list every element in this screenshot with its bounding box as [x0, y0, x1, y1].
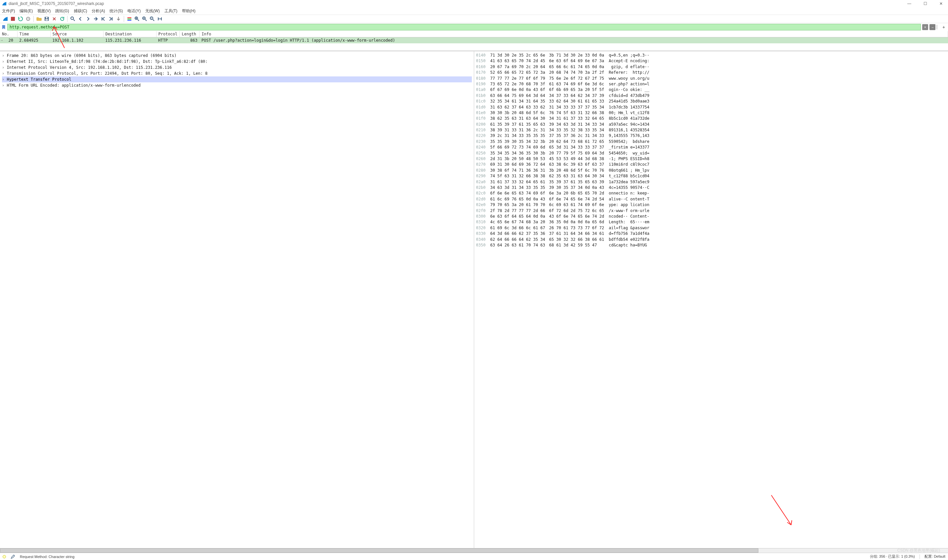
- hex-row[interactable]: 014071 3d 30 2e 35 2c 65 6e3b 71 3d 30 2…: [476, 52, 946, 58]
- zoom-reset-button[interactable]: 1: [149, 15, 155, 22]
- menu-tools[interactable]: 工具(T): [165, 8, 177, 14]
- filter-clear-button[interactable]: ×: [922, 24, 928, 30]
- hex-row[interactable]: 02602d 31 3b 20 50 48 50 5345 53 53 49 4…: [476, 156, 946, 162]
- hex-row[interactable]: 02c06f 6e 6e 65 63 74 69 6f6e 3a 20 6b 6…: [476, 191, 946, 196]
- hex-row[interactable]: 028030 38 6f 74 71 36 36 313b 20 48 6d 5…: [476, 168, 946, 173]
- hex-row[interactable]: 02d061 6c 69 76 65 0d 0a 436f 6e 74 65 6…: [476, 197, 946, 202]
- hex-row[interactable]: 03104c 65 6e 67 74 68 3a 2036 35 0d 0a 0…: [476, 219, 946, 225]
- col-no[interactable]: No.: [0, 31, 17, 37]
- save-file-button[interactable]: [43, 15, 50, 22]
- goto-packet-button[interactable]: [92, 15, 99, 22]
- colorize-button[interactable]: [126, 15, 133, 22]
- hex-row[interactable]: 016020 67 7a 69 70 2c 20 6465 66 6c 61 7…: [476, 64, 946, 70]
- display-filter-input[interactable]: [7, 24, 921, 31]
- packet-bytes-pane[interactable]: 014071 3d 30 2e 35 2c 65 6e3b 71 3d 30 2…: [474, 51, 948, 548]
- open-file-button[interactable]: [36, 15, 42, 22]
- resize-columns-button[interactable]: [157, 15, 163, 22]
- hex-row[interactable]: 023035 35 39 30 35 34 32 3b20 62 64 73 6…: [476, 139, 946, 145]
- hex-row[interactable]: 02f02f 78 2d 77 77 77 2d 666f 72 6d 2d 7…: [476, 208, 946, 214]
- close-button[interactable]: ✕: [936, 2, 946, 6]
- hex-row[interactable]: 021038 39 31 33 31 36 2c 3134 33 35 32 3…: [476, 127, 946, 133]
- edit-icon[interactable]: [11, 554, 15, 559]
- hex-row[interactable]: 02e079 70 65 3a 20 61 70 706c 69 63 61 7…: [476, 202, 946, 208]
- hex-row[interactable]: 01f038 62 35 63 31 63 64 3034 31 61 37 3…: [476, 116, 946, 122]
- detail-tree-node[interactable]: Internet Protocol Version 4, Src: 192.16…: [2, 65, 472, 71]
- hex-row[interactable]: 02a031 61 37 33 32 64 65 6135 39 37 61 3…: [476, 179, 946, 185]
- hex-row[interactable]: 01e030 30 3b 20 48 6d 5f 6c76 74 5f 63 3…: [476, 110, 946, 116]
- packet-list-pane[interactable]: No. Time Source Destination Protocol Len…: [0, 31, 948, 51]
- col-protocol[interactable]: Protocol: [156, 31, 180, 37]
- col-length[interactable]: Length: [180, 31, 200, 37]
- menu-view[interactable]: 视图(V): [37, 8, 51, 14]
- menu-file[interactable]: 文件(F): [2, 8, 15, 14]
- horizontal-scrollbar[interactable]: [0, 548, 948, 553]
- packet-list-header[interactable]: No. Time Source Destination Protocol Len…: [0, 31, 948, 37]
- menu-stats[interactable]: 统计(S): [109, 8, 123, 14]
- hex-row[interactable]: 034062 64 66 66 64 62 35 3465 30 32 32 6…: [476, 237, 946, 243]
- filter-history-button[interactable]: [937, 25, 939, 29]
- minimize-button[interactable]: —: [904, 2, 914, 6]
- hex-row[interactable]: 025035 34 35 34 36 35 30 3b20 77 79 5f 7…: [476, 151, 946, 156]
- bookmark-icon[interactable]: [2, 25, 6, 29]
- hex-row[interactable]: 017052 65 66 65 72 65 72 3a20 68 74 74 7…: [476, 70, 946, 75]
- goto-first-button[interactable]: [100, 15, 106, 22]
- detail-tree-node[interactable]: Frame 20: 863 bytes on wire (6904 bits),…: [2, 52, 472, 58]
- filter-apply-button[interactable]: →: [930, 24, 936, 30]
- reload-button[interactable]: [58, 15, 65, 22]
- menu-edit[interactable]: 编辑(E): [20, 8, 33, 14]
- packet-row[interactable]: 20 2.684925 192.168.1.102 115.231.236.11…: [0, 37, 948, 44]
- hex-row[interactable]: 01c032 35 34 61 34 31 64 3533 62 64 30 6…: [476, 98, 946, 104]
- hex-row[interactable]: 020061 35 39 37 61 35 65 6339 34 63 3d 3…: [476, 122, 946, 127]
- scrollbar-thumb[interactable]: [0, 548, 759, 553]
- menu-go[interactable]: 跳转(G): [55, 8, 69, 14]
- hex-row[interactable]: 015041 63 63 65 70 74 2d 456e 63 6f 64 6…: [476, 58, 946, 64]
- menu-capture[interactable]: 捕获(C): [74, 8, 87, 14]
- auto-scroll-button[interactable]: [115, 15, 122, 22]
- detail-tree-node[interactable]: Ethernet II, Src: LiteonTe_8d:1f:98 (74:…: [2, 58, 472, 65]
- hex-row[interactable]: 02b034 63 3d 31 34 33 35 3539 30 35 37 3…: [476, 185, 946, 191]
- col-info[interactable]: Info: [200, 31, 948, 37]
- hex-row[interactable]: 02405f 66 69 72 73 74 69 6d65 3d 31 34 3…: [476, 145, 946, 150]
- svg-point-6: [71, 17, 74, 20]
- find-packet-button[interactable]: [69, 15, 76, 22]
- hex-row[interactable]: 018077 77 77 2e 77 6f 6f 7975 6e 2e 6f 7…: [476, 76, 946, 82]
- detail-tree-node[interactable]: Transmission Control Protocol, Src Port:…: [2, 71, 472, 76]
- maximize-button[interactable]: ☐: [920, 2, 930, 6]
- menu-analyze[interactable]: 分析(A): [92, 8, 105, 14]
- hex-row[interactable]: 027069 31 30 6d 69 36 72 6463 38 6c 39 6…: [476, 162, 946, 168]
- hex-row[interactable]: 03006e 63 6f 64 65 64 0d 0a43 6f 6e 74 6…: [476, 214, 946, 219]
- status-profile[interactable]: 配置: Default: [925, 554, 945, 559]
- packet-details-pane[interactable]: Frame 20: 863 bytes on wire (6904 bits),…: [0, 51, 474, 548]
- go-forward-button[interactable]: [85, 15, 91, 22]
- menu-telephony[interactable]: 电话(Y): [128, 8, 141, 14]
- hex-row[interactable]: 01a06f 67 69 6e 0d 0a 43 6f6f 6b 69 65 3…: [476, 87, 946, 92]
- hex-row[interactable]: 033064 3d 66 66 62 37 35 3637 61 31 64 3…: [476, 231, 946, 237]
- col-source[interactable]: Source: [50, 31, 103, 37]
- current-packet-icon: →: [1, 38, 3, 42]
- restart-capture-button[interactable]: [17, 15, 24, 22]
- goto-last-button[interactable]: [108, 15, 114, 22]
- zoom-in-button[interactable]: [134, 15, 140, 22]
- detail-tree-node[interactable]: HTML Form URL Encoded: application/x-www…: [2, 82, 472, 88]
- detail-tree-node[interactable]: Hypertext Transfer Protocol: [2, 76, 472, 82]
- hex-row[interactable]: 01d031 63 62 37 64 63 33 6231 34 33 33 3…: [476, 105, 946, 110]
- hex-row[interactable]: 029074 5f 63 31 32 66 38 3862 35 63 31 6…: [476, 173, 946, 179]
- close-file-button[interactable]: [51, 15, 58, 22]
- hex-row[interactable]: 035063 64 26 63 61 70 74 6368 61 3d 42 5…: [476, 243, 946, 248]
- start-capture-button[interactable]: [2, 15, 9, 22]
- lower-panes: Frame 20: 863 bytes on wire (6904 bits),…: [0, 51, 948, 548]
- hex-row[interactable]: 01b063 66 64 75 69 64 3d 6434 37 33 64 6…: [476, 93, 946, 98]
- zoom-out-button[interactable]: [141, 15, 148, 22]
- menu-wireless[interactable]: 无线(W): [145, 8, 160, 14]
- filter-add-button[interactable]: +: [941, 24, 946, 30]
- col-dest[interactable]: Destination: [103, 31, 156, 37]
- capture-options-button[interactable]: [25, 15, 31, 22]
- col-time[interactable]: Time: [17, 31, 50, 37]
- menu-help[interactable]: 帮助(H): [182, 8, 195, 14]
- go-back-button[interactable]: [77, 15, 84, 22]
- expert-info-led-icon[interactable]: [3, 555, 6, 558]
- stop-capture-button[interactable]: [9, 15, 16, 22]
- hex-row[interactable]: 022039 2c 31 34 33 35 35 3537 35 37 36 2…: [476, 133, 946, 138]
- hex-row[interactable]: 032061 69 6c 3d 66 6c 61 6726 70 61 73 7…: [476, 225, 946, 231]
- hex-row[interactable]: 019073 65 72 2e 70 68 70 3f61 63 74 69 6…: [476, 82, 946, 87]
